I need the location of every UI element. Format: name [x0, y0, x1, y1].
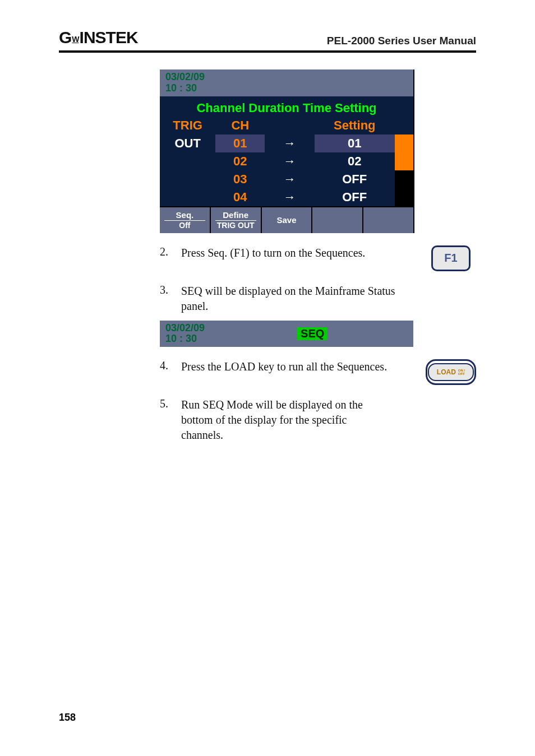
table-row: 04 → OFF	[160, 188, 413, 206]
ch-cell: 04	[215, 188, 265, 206]
softkey-save[interactable]: Save	[262, 207, 313, 233]
softkey-label-top: Define	[215, 211, 256, 221]
seq-badge: SEQ	[297, 327, 328, 340]
page-number: 158	[59, 712, 76, 723]
device-screen: 03/02/09 10 : 30 Channel Duration Time S…	[160, 69, 414, 233]
ch-cell: 01	[215, 134, 265, 152]
softkey-row: Seq. Off Define TRIG OUT Save	[160, 206, 413, 233]
side-marker	[395, 170, 413, 188]
softkey-blank[interactable]	[363, 207, 413, 233]
softkey-blank[interactable]	[312, 207, 363, 233]
step-number: 4.	[160, 359, 181, 372]
arrow-icon: →	[265, 152, 314, 170]
step-number: 5.	[160, 397, 181, 410]
softkey-label-bot: TRIG OUT	[211, 221, 261, 230]
softkey-label-bot: Off	[160, 221, 210, 230]
load-key-label: LOAD	[437, 368, 456, 376]
setting-cell: OFF	[315, 188, 395, 206]
arrow-icon: →	[265, 170, 314, 188]
side-marker	[395, 188, 413, 206]
arrow-icon: →	[265, 188, 314, 206]
softkey-seq[interactable]: Seq. Off	[160, 207, 211, 233]
status-panel: 03/02/09 10 : 30 SEQ	[160, 321, 413, 347]
ch-cell: 02	[215, 152, 265, 170]
step-number: 3.	[160, 284, 181, 296]
status-date-line: 03/02/09	[165, 323, 205, 334]
channel-table: TRIG CH Setting OUT 01 → 01	[160, 117, 413, 206]
load-key-onoff: ON / OFF	[458, 369, 465, 375]
ch-cell: 03	[215, 170, 265, 188]
step-text: SEQ will be displayed on the Mainframe S…	[181, 284, 426, 314]
brand-logo: GWINSTEK	[59, 28, 138, 47]
table-row: 03 → OFF	[160, 170, 413, 188]
status-date: 03/02/09 10 : 30	[165, 323, 205, 345]
side-marker	[395, 152, 413, 170]
step-text: Press the LOAD key to run all the Sequen…	[181, 359, 426, 374]
setting-cell: OFF	[315, 170, 395, 188]
col-ch: CH	[215, 117, 265, 134]
setting-cell: 01	[315, 134, 395, 152]
setting-cell: 02	[315, 152, 395, 170]
header-rule	[59, 50, 476, 53]
lcd-status-bar: 03/02/09 10 : 30	[160, 69, 413, 96]
lcd-title: Channel Duration Time Setting	[160, 99, 413, 117]
softkey-label-top: Seq.	[164, 211, 205, 221]
col-setting: Setting	[315, 117, 395, 134]
step-text: Run SEQ Mode will be displayed on the bo…	[181, 397, 372, 443]
step-text: Press Seq. (F1) to turn on the Sequences…	[181, 245, 426, 261]
step-number: 2.	[160, 245, 181, 258]
softkey-label: Save	[262, 216, 312, 225]
table-row: 02 → 02	[160, 152, 413, 170]
load-key-icon: LOAD ON / OFF	[426, 359, 476, 385]
status-time-line: 10 : 30	[165, 333, 205, 345]
manual-title: PEL-2000 Series User Manual	[327, 35, 476, 47]
lcd-time: 10 : 30	[165, 83, 408, 94]
col-trig: TRIG	[160, 117, 215, 134]
lcd-date: 03/02/09	[165, 72, 408, 83]
arrow-icon: →	[265, 134, 314, 152]
softkey-define[interactable]: Define TRIG OUT	[211, 207, 262, 233]
trig-out-label: OUT	[160, 134, 215, 152]
side-marker	[395, 134, 413, 152]
table-row: OUT 01 → 01	[160, 134, 413, 152]
f1-key-icon: F1	[431, 245, 471, 271]
